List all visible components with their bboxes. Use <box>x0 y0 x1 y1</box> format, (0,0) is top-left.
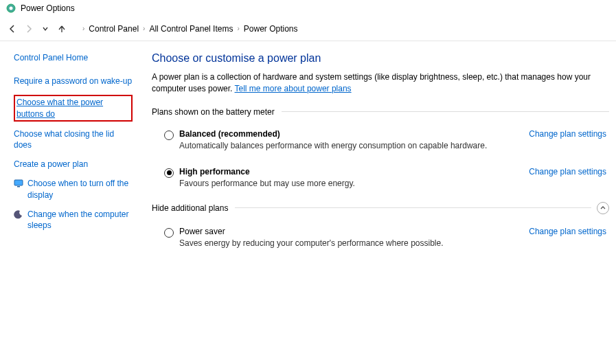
require-password-link[interactable]: Require a password on wake-up <box>14 76 133 87</box>
learn-more-link[interactable]: Tell me more about power plans <box>235 84 352 93</box>
breadcrumb-item[interactable]: All Control Panel Items <box>149 24 233 34</box>
collapse-button[interactable] <box>597 202 609 214</box>
breadcrumb-item[interactable]: Control Panel <box>89 24 139 34</box>
create-plan-link[interactable]: Create a power plan <box>14 159 133 170</box>
breadcrumb-item[interactable]: Power Options <box>244 24 298 34</box>
power-options-icon <box>5 3 16 14</box>
back-button[interactable] <box>5 22 19 36</box>
plan-desc: Automatically balances performance with … <box>179 141 515 150</box>
plan-name: Power saver <box>179 227 515 236</box>
chevron-right-icon: › <box>82 25 84 32</box>
plan-balanced[interactable]: Balanced (recommended) Automatically bal… <box>152 126 609 153</box>
page-heading: Choose or customise a power plan <box>152 52 609 65</box>
plan-desc: Saves energy by reducing your computer's… <box>179 238 515 248</box>
control-panel-home-link[interactable]: Control Panel Home <box>14 52 133 63</box>
plan-name: High performance <box>179 167 515 177</box>
chevron-right-icon: › <box>237 25 239 32</box>
main-content: Choose or customise a power plan A power… <box>141 52 609 262</box>
radio-power-saver[interactable] <box>164 228 174 238</box>
plan-name: Balanced (recommended) <box>179 129 515 139</box>
divider <box>282 111 609 112</box>
chevron-right-icon: › <box>143 25 145 32</box>
section-hidden-plans: Hide additional plans <box>152 202 609 217</box>
window-title: Power Options <box>21 3 75 13</box>
plan-power-saver[interactable]: Power saver Saves energy by reducing you… <box>152 224 609 251</box>
page-description: A power plan is a collection of hardware… <box>152 71 609 95</box>
svg-rect-4 <box>14 180 23 185</box>
change-plan-settings-link[interactable]: Change plan settings <box>529 167 606 177</box>
nav-bar: › Control Panel › All Control Panel Item… <box>0 16 616 41</box>
radio-high-performance[interactable] <box>164 168 174 178</box>
radio-balanced[interactable] <box>164 130 174 140</box>
display-icon <box>14 179 23 188</box>
svg-rect-5 <box>17 186 20 187</box>
sleep-icon <box>14 209 23 219</box>
turn-off-display-link[interactable]: Choose when to turn off the display <box>27 178 133 200</box>
divider <box>235 207 591 208</box>
plan-desc: Favours performance but may use more ene… <box>179 179 515 188</box>
breadcrumb[interactable]: › Control Panel › All Control Panel Item… <box>76 24 298 34</box>
closing-lid-link[interactable]: Choose what closing the lid does <box>14 128 133 150</box>
plan-high-performance[interactable]: High performance Favours performance but… <box>152 164 609 191</box>
power-buttons-link[interactable]: Choose what the power buttons do <box>14 95 133 121</box>
change-plan-settings-link[interactable]: Change plan settings <box>529 129 606 139</box>
forward-button[interactable] <box>22 22 36 36</box>
up-button[interactable] <box>55 22 69 36</box>
sidebar: Control Panel Home Require a password on… <box>14 52 141 262</box>
svg-point-1 <box>10 7 13 10</box>
recent-dropdown[interactable] <box>38 22 52 36</box>
change-plan-settings-link[interactable]: Change plan settings <box>529 227 606 236</box>
title-bar: Power Options <box>0 0 616 16</box>
section-shown-plans: Plans shown on the battery meter <box>152 107 609 120</box>
computer-sleeps-link[interactable]: Change when the computer sleeps <box>27 209 133 231</box>
